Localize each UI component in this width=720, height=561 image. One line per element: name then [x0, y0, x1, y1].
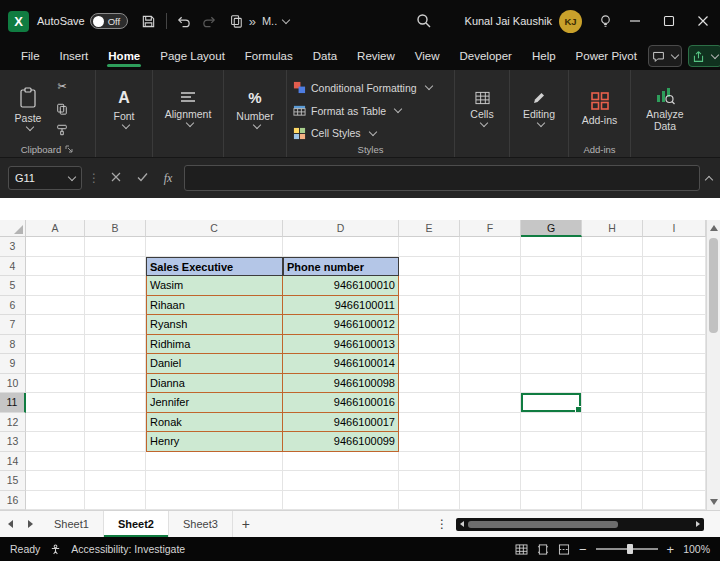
cell-D16[interactable]: [283, 491, 399, 511]
cell-G3[interactable]: [521, 237, 582, 257]
column-header-B[interactable]: B: [85, 220, 146, 237]
quick-access-doc-icon[interactable]: [223, 6, 249, 36]
cell-H3[interactable]: [582, 237, 643, 257]
cell-C3[interactable]: [146, 237, 283, 257]
cell-E5[interactable]: [399, 276, 460, 296]
tab-power-pivot[interactable]: Power Pivot: [567, 45, 646, 67]
cell-B6[interactable]: [85, 296, 146, 316]
row-header-9[interactable]: 9: [0, 354, 26, 374]
save-icon[interactable]: [136, 6, 162, 36]
cell-B7[interactable]: [85, 315, 146, 335]
font-collapsed-button[interactable]: A Font: [102, 74, 146, 143]
cell-G6[interactable]: [521, 296, 582, 316]
clipboard-dialog-launcher-icon[interactable]: [65, 145, 74, 154]
sheet-nav-left-icon[interactable]: [0, 511, 20, 537]
tab-data[interactable]: Data: [304, 45, 346, 67]
cell-A15[interactable]: [26, 471, 85, 491]
cell-C14[interactable]: [146, 452, 283, 472]
row-header-14[interactable]: 14: [0, 452, 26, 472]
cell-F11[interactable]: [460, 393, 521, 413]
row-header-3[interactable]: 3: [0, 237, 26, 257]
quick-access-overflow[interactable]: »: [249, 14, 256, 29]
cell-H8[interactable]: [582, 335, 643, 355]
cell-C5[interactable]: Wasim: [146, 276, 283, 296]
tab-sheet1[interactable]: Sheet1: [40, 511, 104, 537]
format-as-table-button[interactable]: Format as Table: [293, 101, 432, 121]
cell-G8[interactable]: [521, 335, 582, 355]
cell-D8[interactable]: 9466100013: [283, 335, 399, 355]
scroll-down-icon[interactable]: [710, 499, 718, 505]
cell-F10[interactable]: [460, 374, 521, 394]
cell-I5[interactable]: [643, 276, 706, 296]
cell-I3[interactable]: [643, 237, 706, 257]
horizontal-scroll-thumb[interactable]: [468, 521, 618, 528]
redo-icon[interactable]: [197, 6, 223, 36]
minimize-button[interactable]: [618, 0, 652, 42]
column-header-F[interactable]: F: [460, 220, 521, 237]
cell-B13[interactable]: [85, 432, 146, 452]
cell-A6[interactable]: [26, 296, 85, 316]
cell-H9[interactable]: [582, 354, 643, 374]
cell-E9[interactable]: [399, 354, 460, 374]
cell-G11[interactable]: [521, 393, 582, 413]
cell-F12[interactable]: [460, 413, 521, 433]
cell-F16[interactable]: [460, 491, 521, 511]
row-header-6[interactable]: 6: [0, 296, 26, 316]
cell-H13[interactable]: [582, 432, 643, 452]
cell-I13[interactable]: [643, 432, 706, 452]
cell-C10[interactable]: Dianna: [146, 374, 283, 394]
cell-G4[interactable]: [521, 257, 582, 277]
column-header-G[interactable]: G: [521, 220, 582, 237]
row-header-15[interactable]: 15: [0, 471, 26, 491]
cell-E8[interactable]: [399, 335, 460, 355]
cell-B9[interactable]: [85, 354, 146, 374]
cell-D6[interactable]: 9466100011: [283, 296, 399, 316]
cell-H4[interactable]: [582, 257, 643, 277]
cell-B11[interactable]: [85, 393, 146, 413]
cell-G9[interactable]: [521, 354, 582, 374]
close-button[interactable]: [686, 0, 720, 42]
cell-C11[interactable]: Jennifer: [146, 393, 283, 413]
cell-G13[interactable]: [521, 432, 582, 452]
cell-B8[interactable]: [85, 335, 146, 355]
cell-D7[interactable]: 9466100012: [283, 315, 399, 335]
row-header-10[interactable]: 10: [0, 374, 26, 394]
cell-C7[interactable]: Ryansh: [146, 315, 283, 335]
cell-G7[interactable]: [521, 315, 582, 335]
cell-A13[interactable]: [26, 432, 85, 452]
cell-D4[interactable]: Phone number: [283, 257, 399, 277]
zoom-in-icon[interactable]: +: [667, 543, 675, 556]
column-header-C[interactable]: C: [146, 220, 283, 237]
cell-C6[interactable]: Rihaan: [146, 296, 283, 316]
confirm-entry-icon[interactable]: [132, 168, 152, 188]
cell-I7[interactable]: [643, 315, 706, 335]
cell-I12[interactable]: [643, 413, 706, 433]
tab-overflow-menu[interactable]: ⋮: [428, 511, 456, 537]
scroll-left-icon[interactable]: [460, 521, 464, 527]
new-sheet-button[interactable]: +: [233, 511, 259, 537]
paste-button[interactable]: Paste: [6, 74, 50, 143]
tab-sheet3[interactable]: Sheet3: [169, 511, 233, 537]
tab-sheet2[interactable]: Sheet2: [104, 511, 169, 537]
cell-I10[interactable]: [643, 374, 706, 394]
editing-collapsed-button[interactable]: Editing: [516, 74, 562, 143]
cells-collapsed-button[interactable]: Cells: [461, 74, 503, 143]
cell-G16[interactable]: [521, 491, 582, 511]
row-header-4[interactable]: 4: [0, 257, 26, 277]
cell-B12[interactable]: [85, 413, 146, 433]
cell-F9[interactable]: [460, 354, 521, 374]
page-break-view-icon[interactable]: [558, 544, 570, 555]
copy-button[interactable]: [52, 100, 72, 118]
cell-G14[interactable]: [521, 452, 582, 472]
cell-E10[interactable]: [399, 374, 460, 394]
scroll-up-icon[interactable]: [710, 225, 718, 231]
accessibility-status[interactable]: Accessibility: Investigate: [71, 543, 185, 555]
comments-button[interactable]: [648, 45, 682, 67]
sheet-nav-right-icon[interactable]: [20, 511, 40, 537]
cell-A12[interactable]: [26, 413, 85, 433]
titlebar-more-label[interactable]: M..: [262, 15, 277, 27]
zoom-out-icon[interactable]: −: [579, 543, 587, 556]
column-header-H[interactable]: H: [582, 220, 643, 237]
row-header-7[interactable]: 7: [0, 315, 26, 335]
cell-E3[interactable]: [399, 237, 460, 257]
